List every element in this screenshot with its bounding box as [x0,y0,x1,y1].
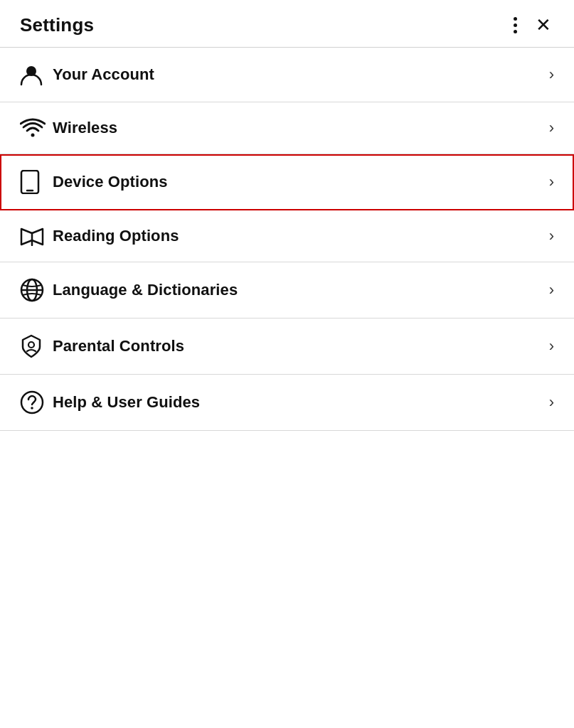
chevron-right-icon: › [549,337,554,355]
wireless-icon [20,118,53,138]
menu-item-label-your-account: Your Account [53,65,549,84]
svg-point-1 [31,134,35,137]
more-vertical-icon [514,17,517,33]
parental-icon [20,334,53,358]
chevron-right-icon: › [549,119,554,137]
reading-icon [20,226,53,246]
menu-item-parental-controls[interactable]: Parental Controls › [0,318,574,375]
menu-item-label-language-dictionaries: Language & Dictionaries [53,281,549,299]
header-actions: ✕ [511,13,554,37]
settings-panel: Settings ✕ Your Accoun [0,0,574,728]
header: Settings ✕ [0,0,574,48]
page-title: Settings [20,14,94,36]
menu-item-label-device-options: Device Options [53,173,549,191]
help-icon [20,390,53,414]
more-options-button[interactable] [511,14,520,36]
account-icon [20,63,53,86]
menu-item-device-options[interactable]: Device Options › [0,154,574,210]
menu-item-label-wireless: Wireless [53,119,549,137]
svg-point-10 [31,407,33,410]
menu-item-wireless[interactable]: Wireless › [0,102,574,154]
close-icon: ✕ [536,16,551,34]
menu-item-your-account[interactable]: Your Account › [0,48,574,102]
menu-item-help-user-guides[interactable]: Help & User Guides › [0,375,574,431]
svg-point-9 [21,392,43,413]
chevron-right-icon: › [549,393,554,412]
chevron-right-icon: › [549,65,554,84]
menu-item-label-reading-options: Reading Options [53,227,549,245]
chevron-right-icon: › [549,173,554,191]
menu-item-label-help-user-guides: Help & User Guides [53,393,549,412]
svg-point-8 [28,342,34,348]
close-button[interactable]: ✕ [533,13,554,37]
device-icon [20,170,53,194]
menu-item-label-parental-controls: Parental Controls [53,337,549,355]
menu-item-language-dictionaries[interactable]: Language & Dictionaries › [0,262,574,318]
chevron-right-icon: › [549,227,554,245]
chevron-right-icon: › [549,281,554,299]
language-icon [20,278,53,302]
menu-list: Your Account › Wireless › [0,48,574,728]
menu-item-reading-options[interactable]: Reading Options › [0,210,574,262]
